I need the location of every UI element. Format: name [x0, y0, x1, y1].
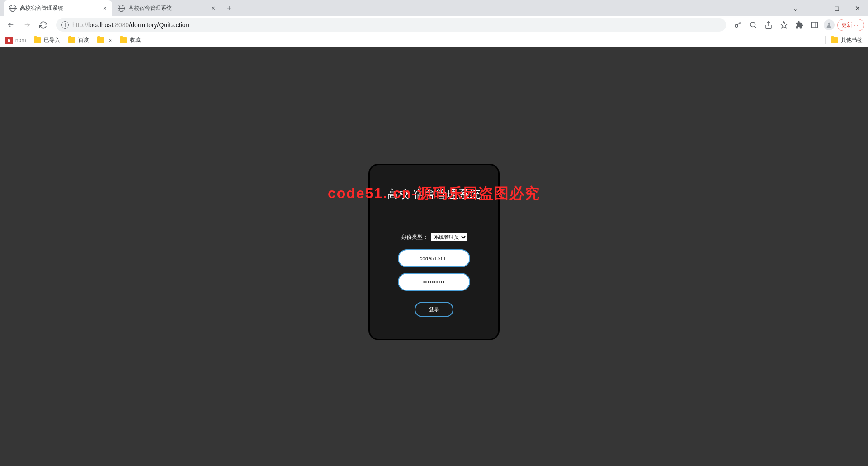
globe-icon [9, 5, 16, 12]
browser-toolbar: i http://localhost:8080/dormitory/Quit.a… [0, 16, 868, 33]
bookmark-label: 已导入 [44, 36, 60, 44]
bookmark-fav[interactable]: 收藏 [120, 36, 141, 44]
address-bar[interactable]: i http://localhost:8080/dormitory/Quit.a… [56, 18, 726, 32]
page-content: code51. cn-源码乐园盗图必究 高校-宿舍管理系统 身份类型： 系统管理… [0, 47, 868, 466]
back-button[interactable] [4, 18, 18, 32]
login-card: 高校-宿舍管理系统 身份类型： 系统管理员 登录 [368, 164, 500, 340]
npm-icon: n [5, 37, 13, 44]
bookmark-label: npm [15, 37, 26, 43]
close-button[interactable]: ✕ [847, 1, 868, 15]
tab-strip: 高校宿舍管理系统 × 高校宿舍管理系统 × + ⌄ — ◻ ✕ [0, 0, 868, 16]
bookmark-label: 百度 [78, 36, 89, 44]
folder-icon [34, 37, 41, 43]
site-info-icon[interactable]: i [61, 21, 69, 29]
close-icon[interactable]: × [212, 5, 215, 12]
new-tab-button[interactable]: + [223, 2, 236, 14]
menu-dots-icon: ⋮ [854, 23, 860, 27]
window-controls: ⌄ — ◻ ✕ [785, 1, 868, 15]
divider [825, 36, 826, 44]
globe-icon [118, 5, 125, 12]
bookmark-other[interactable]: 其他书签 [831, 36, 863, 44]
update-label: 更新 [841, 21, 852, 29]
tab-title: 高校宿舍管理系统 [128, 5, 208, 12]
folder-icon [831, 37, 838, 43]
svg-point-0 [735, 24, 738, 27]
username-input[interactable] [398, 249, 470, 267]
role-select[interactable]: 系统管理员 [431, 233, 467, 241]
folder-icon [97, 37, 104, 43]
extensions-icon[interactable] [793, 19, 806, 31]
browser-chrome: 高校宿舍管理系统 × 高校宿舍管理系统 × + ⌄ — ◻ ✕ i http:/… [0, 0, 868, 47]
svg-marker-2 [781, 22, 788, 28]
bookmark-label: 收藏 [130, 36, 141, 44]
login-button[interactable]: 登录 [415, 302, 453, 317]
tab-title: 高校宿舍管理系统 [20, 5, 99, 12]
role-row: 身份类型： 系统管理员 [401, 233, 467, 241]
folder-icon [68, 37, 75, 43]
browser-tab-1[interactable]: 高校宿舍管理系统 × [4, 0, 112, 16]
share-icon[interactable] [762, 19, 775, 31]
maximize-button[interactable]: ◻ [826, 1, 847, 15]
tab-divider [222, 4, 222, 13]
tab-search-button[interactable]: ⌄ [785, 1, 806, 15]
profile-avatar[interactable] [824, 19, 835, 30]
reload-button[interactable] [36, 18, 51, 32]
sidepanel-icon[interactable] [808, 19, 821, 31]
svg-point-1 [750, 22, 755, 27]
bookmark-npm[interactable]: n npm [5, 37, 26, 44]
bookmark-imported[interactable]: 已导入 [34, 36, 60, 44]
url-text: http://localhost:8080/dormitory/Quit.act… [72, 21, 189, 29]
bookmark-star-icon[interactable] [778, 19, 790, 31]
login-title: 高校-宿舍管理系统 [387, 187, 481, 201]
password-input[interactable] [398, 273, 470, 291]
bookmarks-bar: n npm 已导入 百度 rx 收藏 其他书签 [0, 33, 868, 47]
minimize-button[interactable]: — [806, 1, 826, 15]
bookmark-label: 其他书签 [841, 36, 863, 44]
close-icon[interactable]: × [103, 5, 107, 12]
browser-tab-2[interactable]: 高校宿舍管理系统 × [112, 0, 221, 16]
role-label: 身份类型： [401, 233, 428, 241]
zoom-icon[interactable] [747, 19, 760, 31]
forward-button[interactable] [20, 18, 34, 32]
bookmark-label: rx [107, 37, 112, 43]
password-key-icon[interactable] [731, 19, 744, 31]
svg-rect-3 [811, 22, 818, 28]
bookmark-baidu[interactable]: 百度 [68, 36, 89, 44]
folder-icon [120, 37, 127, 43]
svg-point-5 [828, 23, 830, 25]
toolbar-right: 更新 ⋮ [731, 19, 864, 31]
bookmark-rx[interactable]: rx [97, 37, 112, 43]
update-button[interactable]: 更新 ⋮ [837, 19, 864, 31]
